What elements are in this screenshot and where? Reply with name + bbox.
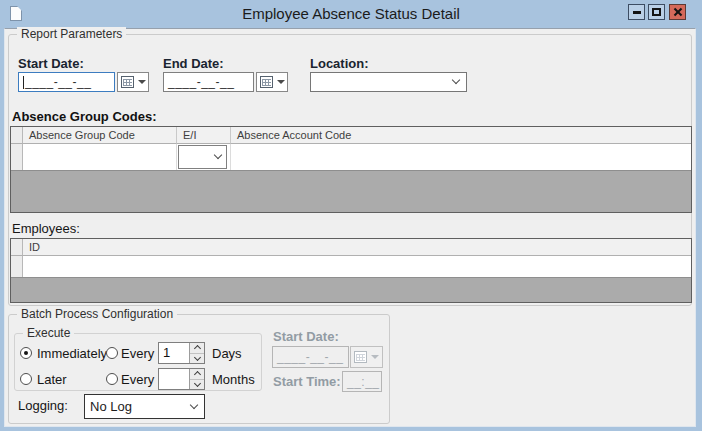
table-row bbox=[11, 256, 691, 277]
title-bar: Employee Absence Status Detail bbox=[0, 0, 702, 28]
dropdown-arrow-icon bbox=[277, 80, 285, 84]
table-row bbox=[11, 144, 691, 170]
batch-start-date-mask: ____-__-__ bbox=[277, 350, 343, 364]
end-date-input[interactable]: ____-__-__ bbox=[163, 72, 254, 92]
batch-start-date-calendar-button bbox=[350, 346, 383, 368]
calendar-icon bbox=[121, 76, 134, 88]
stepper-buttons bbox=[189, 369, 204, 389]
dropdown-arrow-icon bbox=[138, 80, 146, 84]
radio-immediately[interactable] bbox=[20, 347, 32, 359]
column-header-absence-group-code[interactable]: Absence Group Code bbox=[23, 127, 177, 144]
report-parameters-label: Report Parameters bbox=[17, 27, 126, 41]
logging-value: No Log bbox=[90, 399, 132, 414]
grid-empty-area bbox=[11, 170, 691, 212]
logging-select[interactable]: No Log bbox=[84, 394, 205, 419]
batch-start-date-label: Start Date: bbox=[273, 329, 339, 344]
absence-account-code-cell[interactable] bbox=[231, 144, 691, 170]
start-date-mask: ____-__-__ bbox=[25, 75, 91, 89]
column-header-absence-account-code[interactable]: Absence Account Code bbox=[231, 127, 691, 144]
days-unit-label: Days bbox=[212, 346, 242, 361]
chevron-up-icon bbox=[193, 345, 200, 352]
batch-start-date-input: ____-__-__ bbox=[272, 346, 349, 368]
end-date-label: End Date: bbox=[163, 56, 224, 71]
chevron-down-icon bbox=[193, 380, 200, 387]
radio-immediately-label[interactable]: Immediately bbox=[37, 346, 107, 361]
row-selector-header bbox=[11, 127, 23, 144]
e-i-cell bbox=[177, 144, 231, 170]
chevron-down-icon bbox=[193, 354, 200, 361]
chevron-up-icon bbox=[193, 371, 200, 378]
logging-label: Logging: bbox=[18, 398, 68, 413]
batch-start-time-mask: __:__ bbox=[347, 375, 380, 389]
employees-grid: ID bbox=[10, 238, 692, 303]
close-icon bbox=[673, 7, 683, 17]
row-selector-header bbox=[11, 239, 23, 256]
days-stepper-value: 1 bbox=[159, 343, 189, 363]
execute-label: Execute bbox=[23, 326, 74, 340]
stepper-buttons bbox=[189, 343, 204, 363]
stepper-up-button[interactable] bbox=[190, 369, 204, 380]
calendar-icon bbox=[354, 351, 367, 363]
grid-header-row: ID bbox=[11, 239, 691, 256]
radio-every-months-label[interactable]: Every bbox=[121, 372, 154, 387]
grid-header-row: Absence Group Code E/I Absence Account C… bbox=[11, 127, 691, 144]
close-button[interactable] bbox=[669, 4, 686, 20]
maximize-button[interactable] bbox=[648, 4, 665, 20]
minimize-button[interactable] bbox=[628, 4, 645, 20]
absence-group-codes-label: Absence Group Codes: bbox=[12, 109, 156, 124]
location-select[interactable] bbox=[310, 72, 467, 92]
maximize-icon bbox=[652, 8, 661, 16]
stepper-up-button[interactable] bbox=[190, 343, 204, 354]
batch-process-configuration-label: Batch Process Configuration bbox=[17, 307, 177, 321]
radio-later[interactable] bbox=[20, 373, 32, 385]
e-i-select[interactable] bbox=[178, 145, 227, 169]
row-selector-cell[interactable] bbox=[11, 144, 23, 170]
grid-empty-area bbox=[11, 277, 691, 302]
radio-every-days-label[interactable]: Every bbox=[121, 346, 154, 361]
end-date-mask: ____-__-__ bbox=[168, 75, 234, 89]
batch-start-time-label: Start Time: bbox=[273, 374, 341, 389]
days-stepper[interactable]: 1 bbox=[158, 342, 205, 364]
radio-every-days[interactable] bbox=[106, 347, 118, 359]
stepper-down-button[interactable] bbox=[190, 380, 204, 390]
batch-start-time-input: __:__ bbox=[342, 371, 382, 392]
location-label: Location: bbox=[310, 56, 369, 71]
column-header-id[interactable]: ID bbox=[23, 239, 691, 256]
months-stepper-value bbox=[159, 369, 189, 389]
absence-group-codes-grid: Absence Group Code E/I Absence Account C… bbox=[10, 126, 692, 213]
months-unit-label: Months bbox=[212, 372, 255, 387]
chevron-down-icon bbox=[452, 76, 460, 84]
start-date-label: Start Date: bbox=[18, 56, 84, 71]
chevron-down-icon bbox=[190, 400, 198, 408]
months-stepper[interactable] bbox=[158, 368, 205, 390]
column-header-e-i[interactable]: E/I bbox=[177, 127, 231, 144]
start-date-calendar-button[interactable] bbox=[117, 72, 149, 92]
dialog-window: Employee Absence Status Detail Report Pa… bbox=[0, 0, 702, 431]
stepper-down-button[interactable] bbox=[190, 354, 204, 364]
calendar-icon bbox=[260, 76, 273, 88]
radio-every-months[interactable] bbox=[106, 373, 118, 385]
end-date-calendar-button[interactable] bbox=[256, 72, 288, 92]
absence-group-code-cell[interactable] bbox=[23, 144, 177, 170]
dropdown-arrow-icon bbox=[371, 355, 379, 359]
window-title: Employee Absence Status Detail bbox=[0, 0, 702, 28]
minimize-icon bbox=[633, 11, 641, 14]
employees-label: Employees: bbox=[12, 221, 80, 236]
radio-later-label[interactable]: Later bbox=[37, 372, 67, 387]
row-selector-cell[interactable] bbox=[11, 256, 23, 277]
text-caret bbox=[23, 76, 24, 89]
id-cell[interactable] bbox=[23, 256, 691, 277]
start-date-input[interactable]: ____-__-__ bbox=[18, 72, 115, 92]
chevron-down-icon bbox=[214, 151, 222, 159]
